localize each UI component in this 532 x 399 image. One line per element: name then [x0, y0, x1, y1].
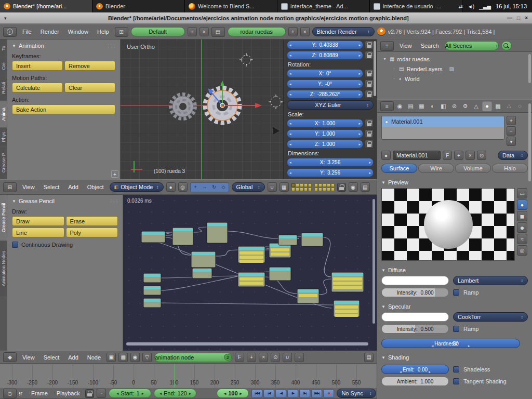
- scale-z-field[interactable]: ◂Z:1.000▸: [287, 140, 363, 149]
- node[interactable]: [192, 268, 212, 278]
- jump-start-button[interactable]: |◀◀: [251, 389, 262, 398]
- remove-slot-button[interactable]: −: [507, 126, 516, 136]
- node-tree-icon[interactable]: ▽: [142, 353, 152, 362]
- collapse-icon[interactable]: ▼: [12, 199, 16, 204]
- rotation-z-field[interactable]: ◂Z:-285.263°▸: [287, 90, 363, 99]
- diffuse-panel-header[interactable]: ▼Diffuse: [381, 267, 528, 273]
- window-titlebar[interactable]: ▾ Blender* [/home/ariel/Documentos/ejerc…: [0, 12, 532, 24]
- preview-panel-header[interactable]: ▼Preview: [381, 179, 528, 185]
- node[interactable]: [207, 222, 228, 243]
- object-tab-icon[interactable]: ◧: [438, 101, 448, 111]
- increment-icon[interactable]: ▸: [142, 391, 144, 396]
- snap-element-icon[interactable]: ▦: [280, 182, 289, 192]
- hardness-slider[interactable]: ◂Hardness:50▸: [381, 339, 520, 348]
- increment-icon[interactable]: ▸: [369, 161, 371, 165]
- add-scene-button[interactable]: +: [288, 27, 298, 36]
- snap-icon[interactable]: ∪: [283, 353, 292, 362]
- menu-view[interactable]: View: [19, 184, 38, 190]
- remove-keyframe-button[interactable]: Remove: [64, 61, 115, 71]
- scale-y-field[interactable]: ◂Y:1.000▸: [287, 129, 363, 138]
- specular-shader-select[interactable]: CookTorr↕: [453, 312, 528, 322]
- rotation-x-field[interactable]: ◂X:0°▸: [287, 69, 363, 78]
- layer-toggle[interactable]: [323, 183, 326, 187]
- physics-tab-icon[interactable]: ◌: [515, 101, 525, 111]
- specular-ramp-checkbox[interactable]: [453, 326, 459, 332]
- lock-icon[interactable]: [365, 51, 374, 60]
- node-editor-canvas[interactable]: 0.0326 ms: [123, 195, 377, 351]
- unlink-tree-button[interactable]: ×: [259, 353, 268, 362]
- toolshelf-tab[interactable]: Phys: [0, 128, 7, 147]
- increment-icon[interactable]: ▸: [358, 82, 361, 86]
- texture-tab-icon[interactable]: ▩: [493, 101, 503, 111]
- lock-icon[interactable]: [365, 79, 374, 88]
- scene-datablock-icon[interactable]: ▤: [211, 27, 225, 37]
- diffuse-shader-select[interactable]: Lambert↕: [453, 276, 528, 285]
- data-link-select[interactable]: Data↕: [498, 151, 528, 160]
- collapse-icon[interactable]: ▼: [381, 304, 385, 309]
- collapse-icon[interactable]: ▼: [381, 268, 385, 273]
- increment-icon[interactable]: ▸: [429, 370, 431, 374]
- node[interactable]: [331, 272, 364, 292]
- menu-add[interactable]: Add: [65, 354, 82, 361]
- current-frame-marker[interactable]: [174, 364, 175, 388]
- preview-sphere-icon[interactable]: ●: [517, 200, 527, 210]
- bake-action-button[interactable]: Bake Action: [12, 104, 115, 114]
- material-tab-icon[interactable]: ●: [482, 101, 492, 111]
- tangent-shading-checkbox[interactable]: [453, 378, 459, 384]
- decrement-icon[interactable]: ◂: [289, 122, 291, 126]
- rotate-icon[interactable]: ↻: [210, 183, 219, 191]
- specular-intensity-slider[interactable]: Intensity:0.500: [381, 324, 449, 334]
- expand-icon[interactable]: ▾: [382, 57, 387, 61]
- world-tab-icon[interactable]: ◐: [428, 101, 437, 111]
- cursor-3d-icon[interactable]: [240, 53, 253, 66]
- prev-keyframe-button[interactable]: |◀: [263, 389, 274, 398]
- layer-toggle[interactable]: [314, 183, 318, 187]
- lock-icon[interactable]: [365, 129, 374, 138]
- preview-world-icon[interactable]: ◎: [517, 245, 527, 256]
- menu-help[interactable]: Help: [94, 29, 112, 35]
- gear-small-object[interactable]: [171, 95, 195, 118]
- increment-icon[interactable]: ▸: [468, 344, 470, 348]
- modifiers-tab-icon[interactable]: ⚙: [460, 101, 470, 111]
- slot-specials-icon[interactable]: ▾: [507, 137, 516, 146]
- panel-grip-icon[interactable]: ⋮⋮⋮: [106, 44, 115, 48]
- material-type-halo-tab[interactable]: Halo: [492, 164, 528, 173]
- scene-tab-icon[interactable]: ▦: [417, 101, 427, 111]
- menu-select[interactable]: Select: [41, 354, 63, 361]
- decrement-icon[interactable]: ◂: [289, 171, 291, 175]
- material-slot[interactable]: ● Material.001: [382, 116, 504, 127]
- scene-select[interactable]: rodar ruedas: [228, 27, 286, 36]
- new-tree-button[interactable]: +: [247, 353, 256, 362]
- calculate-paths-button[interactable]: Calculate: [12, 83, 63, 92]
- menu-view[interactable]: View: [19, 354, 38, 361]
- decrement-icon[interactable]: ◂: [224, 391, 226, 396]
- node[interactable]: [269, 267, 291, 281]
- toolshelf-tab[interactable]: Cre: [0, 58, 7, 75]
- insert-keyframe-button[interactable]: Insert: [12, 61, 63, 71]
- preview-cube-icon[interactable]: ◼: [517, 211, 527, 221]
- editor-type-info-button[interactable]: i: [3, 27, 17, 37]
- editor-type-outliner-button[interactable]: ≡: [380, 41, 394, 51]
- network-icon[interactable]: ⇄: [458, 4, 462, 9]
- particles-tab-icon[interactable]: ∴: [504, 101, 514, 111]
- jump-end-button[interactable]: ▶▶|: [311, 389, 322, 398]
- layer-toggle[interactable]: [300, 183, 303, 187]
- decrement-icon[interactable]: ◂: [289, 43, 291, 47]
- node[interactable]: [238, 272, 265, 287]
- rotation-widget-icon[interactable]: [269, 95, 283, 109]
- lock-icon[interactable]: [85, 389, 94, 398]
- increment-icon[interactable]: ▸: [189, 391, 191, 396]
- vertical-scrollbar[interactable]: [373, 199, 375, 324]
- sync-select[interactable]: No Sync↕: [337, 389, 376, 398]
- timeline-ruler[interactable]: -300-250-200-150-100-5005010015020025030…: [0, 364, 377, 388]
- node-tree-select[interactable]: animation node2: [154, 353, 232, 362]
- snap-icon[interactable]: ∪: [268, 182, 277, 192]
- render-engine-select[interactable]: Blender Render↕: [312, 27, 375, 36]
- translate-icon[interactable]: ↔: [201, 183, 209, 191]
- increment-icon[interactable]: ▸: [358, 54, 361, 58]
- toolshelf-tab[interactable]: Relati: [0, 75, 7, 100]
- menu-window[interactable]: Window: [65, 29, 91, 35]
- toolshelf-tab[interactable]: Grease P: [0, 147, 7, 179]
- delete-scene-button[interactable]: ×: [300, 27, 310, 36]
- render-layers-tab-icon[interactable]: ▤: [406, 101, 416, 111]
